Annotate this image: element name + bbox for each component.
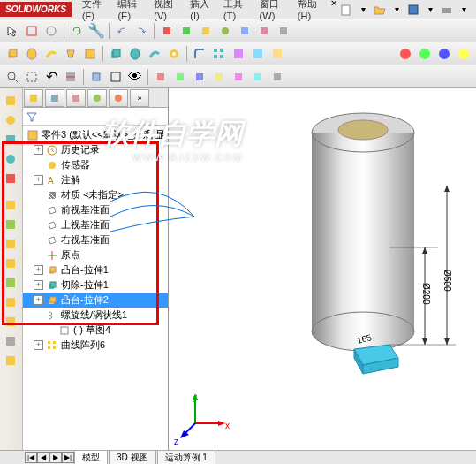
- sidebar-tool-icon[interactable]: [2, 216, 19, 233]
- sidebar-tool-icon[interactable]: [2, 196, 19, 214]
- tab-nav-last[interactable]: ▶|: [62, 452, 74, 463]
- tree-tab-appearance[interactable]: [109, 89, 128, 107]
- save-icon[interactable]: [406, 3, 420, 17]
- zoom-area-icon[interactable]: [23, 68, 41, 86]
- menu-window[interactable]: 窗口(W): [254, 0, 291, 23]
- cut-revolve-icon[interactable]: [126, 45, 144, 63]
- tree-tab-feature[interactable]: [24, 89, 43, 107]
- tree-node[interactable]: 螺旋线/涡状线1: [23, 308, 168, 323]
- hole-icon[interactable]: [165, 45, 183, 63]
- expand-icon[interactable]: +: [34, 280, 43, 290]
- shell-icon[interactable]: [268, 45, 286, 63]
- tree-node[interactable]: +凸台-拉伸1: [23, 262, 168, 278]
- hide-show-icon[interactable]: 👁: [126, 68, 144, 86]
- print-icon[interactable]: [440, 3, 454, 17]
- tree-tab-display[interactable]: [87, 89, 107, 107]
- tree-filter[interactable]: [23, 108, 168, 126]
- tree-node[interactable]: 右视基准面: [23, 232, 168, 247]
- tab-nav-prev[interactable]: ◀: [37, 452, 49, 463]
- prev-view-icon[interactable]: ↶: [42, 68, 60, 86]
- tree-node[interactable]: +历史记录: [23, 142, 168, 157]
- sidebar-tool-icon[interactable]: [2, 255, 19, 272]
- loft-icon[interactable]: [62, 45, 79, 63]
- tree-node[interactable]: 上视基准面: [23, 217, 168, 232]
- cut-extrude-icon[interactable]: [107, 45, 125, 63]
- extrude-icon[interactable]: [4, 45, 21, 63]
- tree-node[interactable]: +切除-拉伸1: [23, 278, 168, 293]
- edit-sketch-icon[interactable]: [152, 68, 170, 86]
- display-style-icon[interactable]: [107, 68, 125, 86]
- appearance-icon[interactable]: [397, 45, 414, 63]
- tab-nav-next[interactable]: ▶: [49, 452, 62, 463]
- zoom-fit-icon[interactable]: [4, 68, 21, 86]
- dimension-500[interactable]: Ø500: [442, 270, 452, 291]
- tree-node[interactable]: 原点: [23, 247, 168, 262]
- boundary-icon[interactable]: [81, 45, 99, 63]
- expand-icon[interactable]: +: [34, 295, 43, 305]
- tree-root[interactable]: 零件3 (默认<<默认>_外观 显: [23, 127, 168, 142]
- bottom-tab-model[interactable]: 模型: [74, 450, 108, 465]
- redo-icon[interactable]: [132, 22, 150, 40]
- select-icon[interactable]: [4, 22, 21, 40]
- menu-tools[interactable]: 工具(T): [218, 0, 253, 23]
- menu-file[interactable]: 文件(F): [77, 0, 111, 23]
- tree-tab-config[interactable]: [66, 89, 86, 107]
- scene-icon[interactable]: [435, 45, 453, 63]
- tree-node[interactable]: 前视基准面: [23, 202, 168, 217]
- tree-node[interactable]: +凸台-拉伸2: [23, 293, 168, 308]
- options-icon[interactable]: [42, 22, 60, 40]
- bottom-tab-motion[interactable]: 运动算例 1: [157, 450, 215, 465]
- sidebar-tool-icon[interactable]: [2, 92, 19, 110]
- dimension-200[interactable]: Ø200: [421, 283, 431, 304]
- sidebar-tool-icon[interactable]: [2, 293, 19, 311]
- view-icon[interactable]: [210, 68, 228, 86]
- tool-icon[interactable]: [178, 22, 195, 40]
- sidebar-tool-icon[interactable]: [2, 352, 19, 369]
- tree-node[interactable]: 传感器: [23, 157, 168, 172]
- tool-icon[interactable]: [216, 22, 234, 40]
- fillet-icon[interactable]: [191, 45, 208, 63]
- tool-icon[interactable]: [197, 22, 215, 40]
- open-icon[interactable]: [373, 3, 387, 17]
- dropdown-icon[interactable]: ▾: [389, 3, 404, 17]
- dropdown-icon[interactable]: ▾: [356, 3, 370, 17]
- pattern-icon[interactable]: [210, 45, 228, 63]
- perspective-icon[interactable]: [171, 68, 189, 86]
- sweep-icon[interactable]: [42, 45, 60, 63]
- draft-icon[interactable]: [249, 45, 267, 63]
- tree-node[interactable]: (-) 草图4: [23, 323, 168, 338]
- bottom-tab-3dview[interactable]: 3D 视图: [109, 450, 156, 465]
- sidebar-tool-icon[interactable]: [2, 235, 19, 253]
- sketch-icon[interactable]: [23, 22, 41, 40]
- sidebar-tool-icon[interactable]: [2, 131, 19, 148]
- tool-icon[interactable]: [236, 22, 253, 40]
- sidebar-tool-icon[interactable]: [2, 111, 19, 129]
- lights-icon[interactable]: [455, 45, 472, 63]
- sidebar-tool-icon[interactable]: [2, 170, 19, 187]
- dropdown-icon[interactable]: ✕: [329, 0, 339, 10]
- tree-node[interactable]: +曲线阵列6: [23, 338, 168, 353]
- view-orient-icon[interactable]: [87, 68, 105, 86]
- tab-nav-first[interactable]: |◀: [25, 452, 37, 463]
- tool-icon[interactable]: [158, 22, 176, 40]
- sidebar-tool-icon[interactable]: [2, 332, 19, 350]
- dropdown-icon[interactable]: ▾: [457, 3, 471, 17]
- view-icon[interactable]: [249, 68, 267, 86]
- view-icon[interactable]: [230, 68, 247, 86]
- triad[interactable]: [178, 388, 230, 441]
- sidebar-tool-icon[interactable]: [2, 150, 19, 168]
- expand-icon[interactable]: +: [34, 265, 43, 275]
- expand-icon[interactable]: +: [34, 340, 43, 350]
- expand-icon[interactable]: +: [34, 175, 43, 185]
- rib-icon[interactable]: [230, 45, 247, 63]
- new-icon[interactable]: [339, 3, 353, 17]
- sidebar-tool-icon[interactable]: [2, 274, 19, 292]
- tree-tab-extra[interactable]: »: [130, 89, 149, 107]
- render-icon[interactable]: [416, 45, 434, 63]
- tool-icon[interactable]: [275, 22, 292, 40]
- section-icon[interactable]: [62, 68, 79, 86]
- tool-icon[interactable]: 🔧: [87, 22, 105, 40]
- rebuild-icon[interactable]: [68, 22, 86, 40]
- menu-edit[interactable]: 编辑(E): [112, 0, 147, 23]
- menu-insert[interactable]: 插入(I): [185, 0, 216, 23]
